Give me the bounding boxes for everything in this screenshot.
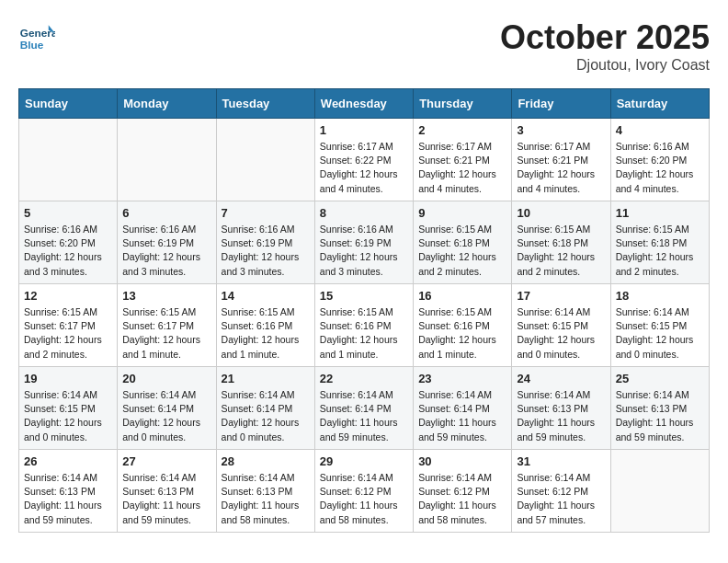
day-number: 23 (418, 372, 506, 385)
day-info: Sunrise: 6:14 AM Sunset: 6:15 PM Dayligh… (24, 388, 112, 444)
calendar-cell: 12Sunrise: 6:15 AM Sunset: 6:17 PM Dayli… (19, 284, 118, 367)
day-info: Sunrise: 6:15 AM Sunset: 6:18 PM Dayligh… (418, 223, 506, 279)
title-block: October 2025 Djoutou, Ivory Coast (500, 18, 710, 74)
calendar-cell: 22Sunrise: 6:14 AM Sunset: 6:14 PM Dayli… (314, 367, 413, 450)
calendar-cell: 20Sunrise: 6:14 AM Sunset: 6:14 PM Dayli… (118, 367, 216, 450)
day-info: Sunrise: 6:14 AM Sunset: 6:15 PM Dayligh… (616, 305, 704, 362)
day-info: Sunrise: 6:17 AM Sunset: 6:21 PM Dayligh… (418, 140, 506, 196)
calendar-cell: 27Sunrise: 6:14 AM Sunset: 6:13 PM Dayli… (118, 450, 216, 533)
day-info: Sunrise: 6:14 AM Sunset: 6:14 PM Dayligh… (122, 388, 210, 444)
day-number: 25 (616, 372, 704, 385)
calendar-cell: 29Sunrise: 6:14 AM Sunset: 6:12 PM Dayli… (314, 450, 413, 533)
day-number: 1 (320, 123, 408, 137)
location-subtitle: Djoutou, Ivory Coast (500, 57, 710, 74)
day-info: Sunrise: 6:16 AM Sunset: 6:20 PM Dayligh… (24, 223, 112, 279)
calendar-table: SundayMondayTuesdayWednesdayThursdayFrid… (18, 88, 710, 533)
calendar-cell (216, 119, 314, 201)
day-info: Sunrise: 6:14 AM Sunset: 6:13 PM Dayligh… (616, 388, 704, 444)
day-info: Sunrise: 6:14 AM Sunset: 6:13 PM Dayligh… (517, 388, 605, 444)
day-info: Sunrise: 6:14 AM Sunset: 6:12 PM Dayligh… (517, 471, 605, 527)
day-info: Sunrise: 6:15 AM Sunset: 6:18 PM Dayligh… (616, 223, 704, 279)
day-info: Sunrise: 6:14 AM Sunset: 6:14 PM Dayligh… (222, 388, 310, 444)
weekday-header-monday: Monday (118, 89, 216, 119)
calendar-cell (19, 119, 118, 201)
day-info: Sunrise: 6:14 AM Sunset: 6:12 PM Dayligh… (418, 471, 506, 527)
day-number: 4 (616, 123, 704, 137)
calendar-cell (118, 119, 216, 201)
week-row-2: 5Sunrise: 6:16 AM Sunset: 6:20 PM Daylig… (19, 201, 710, 284)
day-number: 20 (122, 372, 210, 385)
day-number: 27 (122, 454, 210, 468)
day-info: Sunrise: 6:15 AM Sunset: 6:18 PM Dayligh… (517, 223, 605, 279)
day-info: Sunrise: 6:15 AM Sunset: 6:17 PM Dayligh… (24, 305, 112, 362)
day-info: Sunrise: 6:16 AM Sunset: 6:20 PM Dayligh… (616, 140, 704, 196)
weekday-header-row: SundayMondayTuesdayWednesdayThursdayFrid… (19, 89, 710, 119)
day-number: 26 (24, 454, 112, 468)
day-info: Sunrise: 6:14 AM Sunset: 6:12 PM Dayligh… (320, 471, 408, 527)
calendar-cell: 30Sunrise: 6:14 AM Sunset: 6:12 PM Dayli… (414, 450, 512, 533)
day-info: Sunrise: 6:15 AM Sunset: 6:16 PM Dayligh… (418, 305, 506, 362)
day-number: 11 (616, 206, 704, 220)
day-number: 21 (222, 372, 310, 385)
day-number: 10 (517, 206, 605, 220)
calendar-cell: 24Sunrise: 6:14 AM Sunset: 6:13 PM Dayli… (512, 367, 610, 450)
day-info: Sunrise: 6:14 AM Sunset: 6:13 PM Dayligh… (24, 471, 112, 527)
day-info: Sunrise: 6:14 AM Sunset: 6:14 PM Dayligh… (418, 388, 506, 444)
day-number: 14 (222, 289, 310, 303)
calendar-cell: 26Sunrise: 6:14 AM Sunset: 6:13 PM Dayli… (19, 450, 118, 533)
calendar-cell: 13Sunrise: 6:15 AM Sunset: 6:17 PM Dayli… (118, 284, 216, 367)
week-row-1: 1Sunrise: 6:17 AM Sunset: 6:22 PM Daylig… (19, 119, 710, 201)
day-info: Sunrise: 6:15 AM Sunset: 6:16 PM Dayligh… (222, 305, 310, 362)
day-info: Sunrise: 6:14 AM Sunset: 6:15 PM Dayligh… (517, 305, 605, 362)
day-info: Sunrise: 6:16 AM Sunset: 6:19 PM Dayligh… (320, 223, 408, 279)
weekday-header-sunday: Sunday (19, 89, 118, 119)
day-info: Sunrise: 6:14 AM Sunset: 6:13 PM Dayligh… (222, 471, 310, 527)
day-number: 28 (222, 454, 310, 468)
day-number: 7 (222, 206, 310, 220)
calendar-cell: 15Sunrise: 6:15 AM Sunset: 6:16 PM Dayli… (314, 284, 413, 367)
svg-text:Blue: Blue (20, 39, 44, 52)
day-number: 5 (24, 206, 112, 220)
calendar-cell: 18Sunrise: 6:14 AM Sunset: 6:15 PM Dayli… (610, 284, 709, 367)
day-info: Sunrise: 6:17 AM Sunset: 6:21 PM Dayligh… (517, 140, 605, 196)
day-number: 18 (616, 289, 704, 303)
calendar-cell: 14Sunrise: 6:15 AM Sunset: 6:16 PM Dayli… (216, 284, 314, 367)
day-info: Sunrise: 6:16 AM Sunset: 6:19 PM Dayligh… (222, 223, 310, 279)
calendar-cell: 6Sunrise: 6:16 AM Sunset: 6:19 PM Daylig… (118, 201, 216, 284)
calendar-cell: 8Sunrise: 6:16 AM Sunset: 6:19 PM Daylig… (314, 201, 413, 284)
day-number: 16 (418, 289, 506, 303)
day-number: 30 (418, 454, 506, 468)
page-header: General Blue October 2025 Djoutou, Ivory… (18, 18, 710, 74)
day-number: 15 (320, 289, 408, 303)
calendar-cell: 21Sunrise: 6:14 AM Sunset: 6:14 PM Dayli… (216, 367, 314, 450)
weekday-header-saturday: Saturday (610, 89, 709, 119)
calendar-cell: 7Sunrise: 6:16 AM Sunset: 6:19 PM Daylig… (216, 201, 314, 284)
calendar-cell: 4Sunrise: 6:16 AM Sunset: 6:20 PM Daylig… (610, 119, 709, 201)
day-number: 13 (122, 289, 210, 303)
day-number: 24 (517, 372, 605, 385)
week-row-3: 12Sunrise: 6:15 AM Sunset: 6:17 PM Dayli… (19, 284, 710, 367)
day-info: Sunrise: 6:14 AM Sunset: 6:13 PM Dayligh… (122, 471, 210, 527)
day-number: 8 (320, 206, 408, 220)
calendar-cell: 23Sunrise: 6:14 AM Sunset: 6:14 PM Dayli… (414, 367, 512, 450)
calendar-cell: 19Sunrise: 6:14 AM Sunset: 6:15 PM Dayli… (19, 367, 118, 450)
day-info: Sunrise: 6:15 AM Sunset: 6:16 PM Dayligh… (320, 305, 408, 362)
calendar-cell: 11Sunrise: 6:15 AM Sunset: 6:18 PM Dayli… (610, 201, 709, 284)
day-number: 9 (418, 206, 506, 220)
calendar-cell: 31Sunrise: 6:14 AM Sunset: 6:12 PM Dayli… (512, 450, 610, 533)
calendar-cell: 2Sunrise: 6:17 AM Sunset: 6:21 PM Daylig… (414, 119, 512, 201)
calendar-cell: 28Sunrise: 6:14 AM Sunset: 6:13 PM Dayli… (216, 450, 314, 533)
day-number: 19 (24, 372, 112, 385)
calendar-cell: 9Sunrise: 6:15 AM Sunset: 6:18 PM Daylig… (414, 201, 512, 284)
calendar-cell: 5Sunrise: 6:16 AM Sunset: 6:20 PM Daylig… (19, 201, 118, 284)
weekday-header-wednesday: Wednesday (314, 89, 413, 119)
day-number: 6 (122, 206, 210, 220)
day-number: 3 (517, 123, 605, 137)
day-number: 17 (517, 289, 605, 303)
day-number: 12 (24, 289, 112, 303)
calendar-cell (610, 450, 709, 533)
day-info: Sunrise: 6:16 AM Sunset: 6:19 PM Dayligh… (122, 223, 210, 279)
day-info: Sunrise: 6:14 AM Sunset: 6:14 PM Dayligh… (320, 388, 408, 444)
calendar-cell: 16Sunrise: 6:15 AM Sunset: 6:16 PM Dayli… (414, 284, 512, 367)
weekday-header-tuesday: Tuesday (216, 89, 314, 119)
